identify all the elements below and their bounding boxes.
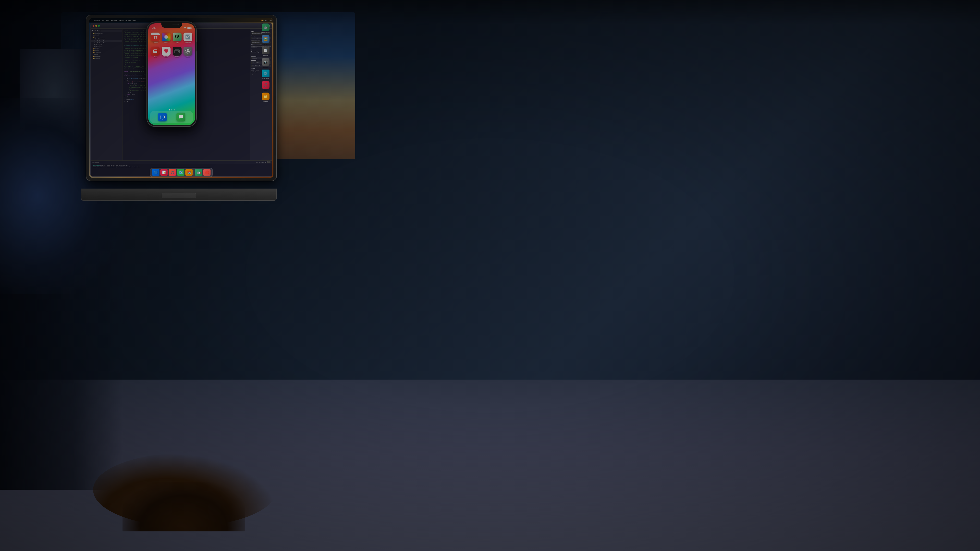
desktop-icon-android-studio[interactable]: 🤖 Android Studio 3.3.0.0	[259, 24, 272, 33]
sidebar-item-source[interactable]: 📁 Source	[91, 50, 122, 52]
ios-dot-2	[171, 109, 172, 110]
screenshots-folder-icon: 📷	[262, 58, 269, 66]
ios-dot-3	[173, 109, 175, 110]
log-timestamp: SmartJailboard	[109, 167, 116, 167]
menu-edit[interactable]: Edit	[106, 20, 109, 21]
ios-app-wallet[interactable]: Wallet	[172, 47, 182, 57]
menu-file[interactable]: File	[102, 20, 104, 21]
window-maximize-button[interactable]	[98, 25, 100, 27]
indent-label: Indent	[256, 70, 259, 71]
iphone-volume-down[interactable]	[146, 46, 147, 52]
health-app-icon	[162, 47, 170, 56]
ios-dot-1	[169, 109, 170, 110]
ios-app-reminders[interactable]: ☑️ Reminders	[183, 33, 192, 43]
reminders-app-icon: ☑️	[183, 33, 192, 41]
folder-icon-2: 📁	[93, 36, 95, 38]
sidebar-item-memories[interactable]: 📁 Memories	[91, 56, 122, 57]
calendar-app-icon: 17	[151, 33, 160, 41]
ios-app-settings[interactable]: Settings	[183, 47, 192, 57]
android-studio-label: Android Studio 3.3.0.0	[261, 32, 270, 33]
svg-rect-7	[156, 51, 157, 52]
menubar-time: 17:36	[268, 20, 272, 21]
news-app-icon	[151, 47, 160, 56]
images-label: Images	[264, 43, 267, 44]
ios-app-calendar[interactable]: 17 Calendar	[151, 33, 160, 43]
menu-hardware[interactable]: Hardware	[111, 20, 117, 21]
sidebar-item-mainvc-h[interactable]: MainViewController.h	[91, 40, 122, 42]
ios-dock-safari[interactable]	[158, 113, 167, 121]
sidebar-item-appdelegate-h[interactable]: AppDelegate.h	[91, 44, 122, 46]
ios-app-news[interactable]: News	[151, 47, 160, 57]
console-filter-label[interactable]: Filter	[256, 162, 258, 163]
desktop-ini-label: desktop.ini	[263, 55, 268, 56]
sidebar-item-plugins[interactable]: 📁 Plugins	[91, 48, 122, 50]
menu-debug[interactable]: Debug	[119, 20, 124, 21]
sidebar-item-appdelegate-m[interactable]: AppDelegate.m	[91, 46, 122, 48]
iphone-volume-up[interactable]	[146, 39, 147, 45]
recycle-bin-icon: 🗑️	[262, 70, 269, 78]
menu-window[interactable]: Window	[126, 20, 130, 21]
desktop-icon-music[interactable]: 🎵 Music	[259, 81, 272, 91]
svg-rect-9	[178, 51, 179, 52]
ios-app-maps[interactable]: 🗺 Maps	[172, 33, 182, 43]
screenshots-label: Screenshots	[262, 67, 268, 68]
dock-icon-music[interactable]: 🎵	[169, 169, 176, 176]
console-toolbar: SmartJailboard Filter All Output 🗑 ⬛⬛	[91, 160, 272, 164]
window-close-button[interactable]	[92, 25, 94, 27]
macos-dock: 🔵 📝 🎵 🗺️ 📚 🤖 🔴	[150, 168, 213, 177]
log-app-name: SmartJailboard	[92, 165, 100, 166]
sidebar-project-root[interactable]: SmartJailboard	[91, 30, 122, 32]
laptop-trackpad[interactable]	[162, 193, 196, 198]
wallet-icon-svg	[175, 49, 180, 54]
folder-icon-4: 📁	[93, 48, 95, 49]
desktop-icon-recycle-bin[interactable]: 🗑️ RECYCLE.BIN	[259, 70, 272, 79]
spaces-value: 4	[252, 70, 254, 71]
folder-icon-3: ▼	[93, 38, 94, 40]
console-icons: 🗑 ⬛⬛	[265, 161, 270, 163]
desktop-icon-desktop-ini[interactable]: 📄 desktop.ini	[259, 46, 272, 56]
apple-menu-icon[interactable]: 	[91, 19, 92, 22]
console-all-output[interactable]: All Output	[259, 162, 264, 163]
wallet-label: Wallet	[175, 56, 179, 57]
dock-icon-notes[interactable]: 📝	[161, 169, 168, 176]
ios-app-health[interactable]: Health	[161, 47, 171, 57]
documents-folder-icon: 📁	[262, 92, 269, 100]
spaces-plus[interactable]: +	[255, 70, 255, 71]
menu-help[interactable]: Help	[132, 20, 135, 21]
sidebar-item-products[interactable]: 📁 Products	[91, 57, 122, 59]
menu-simulator[interactable]: Simulator	[94, 20, 100, 21]
sidebar-item-js[interactable]: 📁 js	[91, 36, 122, 38]
sidebar-item-resources[interactable]: 📁 Resources	[91, 52, 122, 54]
dock-icon-finder[interactable]: 🔵	[152, 169, 159, 176]
sidebar-item-dev[interactable]: ▼ SmartJailboard.dev	[91, 38, 122, 40]
desktop-icon-screenshots[interactable]: 📷 Screenshots	[259, 58, 272, 68]
menubar-status-icons: 📶 🔋 🔊	[261, 20, 267, 21]
desktop-icon-images[interactable]: 🖼️ Images	[259, 35, 272, 44]
photos-app-icon	[162, 33, 170, 41]
ios-dock	[150, 111, 193, 123]
sidebar-item-configxml[interactable]: config.xml	[91, 34, 122, 36]
sidebar-item-mainvc-m[interactable]: MainViewController.m	[91, 42, 122, 44]
maps-label: Maps	[176, 42, 178, 43]
sidebar-item-smartsoftware[interactable]: 📁 SmartSoftware	[91, 32, 122, 34]
sidebar-item-main[interactable]: main.m	[91, 54, 122, 56]
svg-rect-4	[154, 50, 157, 51]
folder-icon-7: 📁	[93, 56, 95, 57]
battery-icon	[187, 27, 192, 29]
ios-time: 5:36	[152, 27, 156, 29]
window-minimize-button[interactable]	[95, 25, 97, 27]
svg-rect-10	[175, 49, 179, 50]
ios-app-photos[interactable]: Photos	[161, 33, 171, 43]
health-label: Health	[164, 56, 168, 57]
ios-statusbar: 5:36	[148, 23, 195, 30]
ios-dock-messages[interactable]	[177, 113, 185, 121]
dock-icon-xcode[interactable]: 🔴	[204, 169, 211, 176]
console-scheme-label: SmartJailboard	[92, 162, 99, 163]
iphone-screen: 5:36 17 Calendar	[148, 23, 195, 125]
dock-icon-maps[interactable]: 🗺️	[177, 169, 185, 176]
dock-icon-android-studio[interactable]: 🤖	[195, 169, 202, 176]
dock-icon-books[interactable]: 📚	[186, 169, 193, 176]
iphone-power-button[interactable]	[196, 41, 197, 51]
desktop-icon-documents[interactable]: 📁 Documents	[259, 92, 272, 102]
iphone-frame: 5:36 17 Calendar	[146, 22, 197, 127]
